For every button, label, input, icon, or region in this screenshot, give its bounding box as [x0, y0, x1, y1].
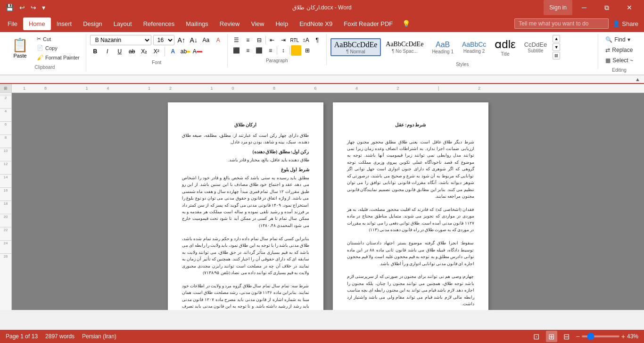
text-highlight-button[interactable]: ab [180, 46, 190, 57]
justify-button[interactable]: ≡ [265, 45, 276, 56]
style-title-preview: ɑdlε [495, 38, 515, 51]
menu-bar: File Home Insert Design Layout Reference… [0, 15, 644, 32]
rtl-button[interactable]: RTL [289, 35, 300, 45]
menu-layout[interactable]: Layout [108, 17, 138, 30]
underline-button[interactable]: U [115, 46, 125, 57]
clipboard-group-label[interactable]: Clipboard [8, 63, 82, 70]
find-chevron: ▾ [627, 36, 630, 43]
redo-icon[interactable]: ↪ [29, 3, 38, 12]
share-button[interactable]: 👤 Share [609, 18, 642, 29]
ruler-num-9: 18 [0, 201, 11, 214]
paste-button[interactable]: 📋 Paste [8, 35, 33, 62]
menu-design[interactable]: Design [77, 17, 107, 30]
copy-icon: 📄 [37, 45, 43, 51]
minimize-button[interactable]: ─ [573, 0, 595, 15]
ruler-num-6: 12 [0, 161, 11, 174]
save-icon[interactable]: 💾 [4, 3, 16, 12]
page1-para4: بنابراین کسی که تمام سال تمام داده دارد … [182, 235, 309, 276]
ruler-num-12: 24 [0, 240, 11, 253]
menu-view[interactable]: View [245, 17, 270, 30]
ribbon-collapse-button[interactable]: ▲ [633, 76, 642, 83]
align-left-button[interactable]: ⬛ [231, 45, 242, 56]
window-controls: Sign in ─ ⧉ ✕ [544, 0, 640, 15]
document-area[interactable]: ارکان طلاق طلاق دارای چهار رکن است که عب… [12, 93, 644, 310]
clipboard-content: 📋 Paste ✂ Cut 📄 Copy 🖌 [8, 35, 82, 62]
font-size-selector[interactable]: 16 [153, 35, 174, 45]
menu-file[interactable]: File [2, 17, 23, 30]
share-icon: 👤 [612, 20, 620, 27]
sort-button[interactable]: ↕A [301, 35, 311, 45]
numbered-list-button[interactable]: ≡ [243, 35, 253, 45]
restore-button[interactable]: ⧉ [596, 0, 618, 15]
show-marks-button[interactable]: ¶ [312, 35, 322, 45]
page2-para3: سقوط: انجرا طلاق گرفته موضوع بستر اجتهاد… [347, 240, 474, 267]
style-normal[interactable]: AaBbCcDdEe ¶ Normal [330, 38, 381, 56]
styles-scroll-up[interactable]: ▲ [553, 35, 560, 42]
find-button[interactable]: 🔍 Find ▾ [602, 35, 636, 44]
ruler-num-10: 20 [0, 214, 11, 227]
clear-format-button[interactable]: A [213, 35, 223, 45]
shading-button[interactable] [291, 45, 301, 56]
superscript-button[interactable]: X² [151, 46, 162, 57]
align-right-button[interactable]: ⬛ [254, 45, 264, 56]
replace-button[interactable]: ⇄ Replace [602, 45, 636, 55]
multilevel-list-button[interactable]: ⊟ [254, 35, 264, 45]
para-top-row: ☰ ≡ ⊟ ⇤ ⇥ RTL ↕A ¶ [231, 35, 322, 45]
menu-endnote[interactable]: EndNote X9 [294, 17, 338, 30]
page1-para2: طلاق دهنده باید عاقل، بالغ، مختار و قادر… [182, 157, 309, 163]
menu-foxit[interactable]: Foxit Reader PDF [338, 17, 398, 30]
undo-icon[interactable]: ↩ [17, 3, 27, 12]
styles-more[interactable]: ⊞ [553, 52, 560, 59]
font-name-selector[interactable]: B Nazanin [90, 35, 151, 45]
text-effects-button[interactable]: A [168, 46, 178, 57]
menu-references[interactable]: References [138, 17, 180, 30]
styles-group-label[interactable]: Styles [330, 60, 594, 67]
menu-home[interactable]: Home [23, 17, 51, 30]
style-title[interactable]: ɑdlε Title [491, 36, 519, 59]
select-button[interactable]: ▦ Select ~ [602, 56, 636, 65]
search-input[interactable] [514, 18, 609, 29]
grow-font-button[interactable]: A↑ [176, 35, 187, 45]
align-center-button[interactable]: ≡ [243, 45, 253, 56]
borders-button[interactable]: ⊞ [302, 45, 313, 56]
bold-button[interactable]: B [90, 46, 100, 57]
style-heading1[interactable]: AaB Heading 1 [428, 38, 457, 56]
font-case-button[interactable]: Aa [201, 35, 211, 45]
shrink-font-button[interactable]: A↓ [189, 35, 199, 45]
style-heading2[interactable]: AaBbCc Heading 2 [458, 39, 490, 56]
copy-button[interactable]: 📄 Copy [34, 44, 82, 52]
customize-icon[interactable]: ▾ [40, 3, 47, 12]
styles-scroll-down[interactable]: ▼ [553, 43, 560, 51]
ribbon-content: 📋 Paste ✂ Cut 📄 Copy 🖌 [0, 32, 644, 75]
cut-button[interactable]: ✂ Cut [34, 35, 82, 43]
close-button[interactable]: ✕ [619, 0, 640, 15]
bullets-button[interactable]: ☰ [231, 35, 242, 45]
style-title-label: Title [501, 51, 510, 57]
search-area [514, 18, 609, 29]
style-nospace[interactable]: AaBbCcDdEe ¶ No Spac... [382, 39, 427, 56]
menu-help[interactable]: Help [270, 17, 294, 30]
editing-group: 🔍 Find ▾ ⇄ Replace ▦ Select ~ Editing [598, 34, 640, 75]
paragraph-controls: ☰ ≡ ⊟ ⇤ ⇥ RTL ↕A ¶ ⬛ ≡ ⬛ ≡ ↕ [231, 35, 322, 56]
line-spacing-button[interactable]: ↕ [278, 45, 289, 56]
para-divider3 [289, 46, 290, 55]
increase-indent-button[interactable]: ⇥ [278, 35, 289, 45]
menu-review[interactable]: Review [214, 17, 246, 30]
strikethrough-button[interactable]: ab [127, 46, 137, 57]
font-controls: B Nazanin 16 A↑ A↓ Aa A B I U ab X₂ X [90, 35, 223, 58]
style-subtitle[interactable]: CcDdEe Subtitle [520, 39, 551, 56]
editing-group-label[interactable]: Editing [602, 66, 636, 73]
font-group-label[interactable]: Font [90, 59, 223, 65]
format-painter-button[interactable]: 🖌 Format Painter [34, 53, 82, 62]
paragraph-group-label[interactable]: Paragraph [231, 57, 322, 63]
title-bar-left: 💾 ↩ ↪ ▾ [4, 3, 47, 12]
sign-in-button[interactable]: Sign in [544, 0, 572, 15]
menu-mailings[interactable]: Mailings [180, 17, 214, 30]
font-color-button[interactable]: A [192, 46, 203, 57]
menu-insert[interactable]: Insert [51, 17, 78, 30]
page1-para1: طلاق دارای چهار رکن است که عبارتند از: م… [182, 132, 309, 146]
ruler-corner[interactable]: ⊞ [0, 84, 12, 92]
decrease-indent-button[interactable]: ⇤ [267, 35, 277, 45]
subscript-button[interactable]: X₂ [139, 46, 149, 57]
italic-button[interactable]: I [102, 46, 113, 57]
